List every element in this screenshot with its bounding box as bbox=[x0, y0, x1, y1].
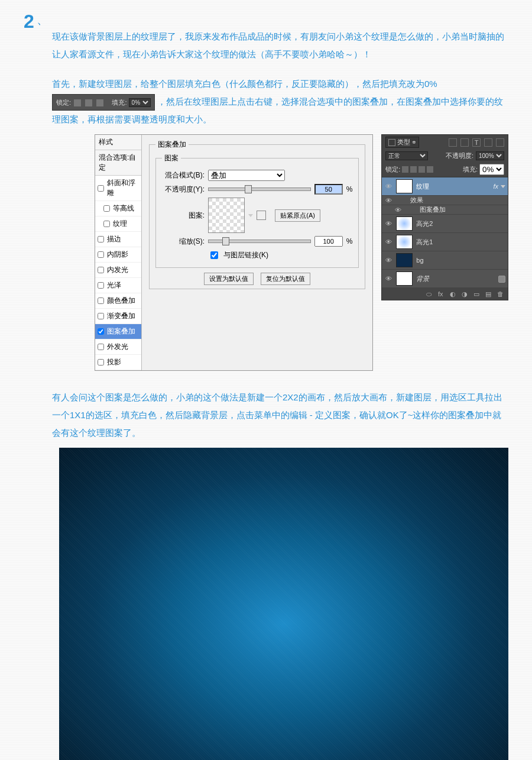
adjustment-icon[interactable]: ◑ bbox=[462, 290, 469, 297]
layer-row-4[interactable]: 👁背景 bbox=[382, 270, 508, 288]
layer-name: 纹理 bbox=[416, 182, 493, 191]
style-item-0[interactable]: 斜面和浮雕 bbox=[95, 176, 141, 201]
style-checkbox-2[interactable] bbox=[103, 221, 110, 227]
filter-adjust-icon[interactable] bbox=[460, 138, 469, 147]
style-checkbox-8[interactable] bbox=[98, 313, 104, 319]
percent-sign-2: % bbox=[346, 237, 353, 245]
layer-row-1[interactable]: 👁高光2 bbox=[382, 215, 508, 233]
lock-all-icon[interactable] bbox=[96, 99, 103, 106]
layer-row-3[interactable]: 👁bg bbox=[382, 251, 508, 270]
opacity-slider[interactable] bbox=[208, 187, 311, 191]
blend-mode-panel-select[interactable]: 正常 bbox=[385, 151, 428, 160]
layer-thumb bbox=[396, 235, 413, 249]
style-checkbox-10[interactable] bbox=[98, 344, 104, 350]
visibility-toggle[interactable]: 👁 bbox=[384, 275, 392, 282]
lock-all-icon-2[interactable] bbox=[427, 166, 433, 173]
pattern-swatch[interactable] bbox=[208, 198, 245, 233]
snap-origin-button[interactable]: 贴紧原点(A) bbox=[275, 209, 320, 222]
layer-row-2[interactable]: 👁高光1 bbox=[382, 233, 508, 251]
filter-smart-icon[interactable] bbox=[496, 138, 504, 147]
fx-group[interactable]: 👁效果 bbox=[382, 196, 508, 205]
style-item-6[interactable]: 光泽 bbox=[95, 278, 141, 293]
styles-header[interactable]: 样式 bbox=[95, 135, 141, 150]
style-checkbox-7[interactable] bbox=[98, 297, 104, 304]
reset-default-button[interactable]: 复位为默认值 bbox=[261, 273, 310, 285]
style-label-1: 等高线 bbox=[113, 203, 134, 214]
blend-mode-select[interactable]: 叠加 bbox=[208, 170, 285, 181]
style-item-10[interactable]: 外发光 bbox=[95, 339, 141, 355]
new-pattern-icon[interactable] bbox=[257, 211, 266, 220]
fx-icon[interactable]: fx bbox=[438, 290, 445, 297]
style-item-9[interactable]: 图案叠加 bbox=[95, 324, 141, 339]
chevron-down-icon[interactable] bbox=[501, 185, 505, 188]
layer-name: bg bbox=[416, 257, 505, 264]
search-icon bbox=[388, 139, 395, 146]
panel-opacity-label: 不透明度: bbox=[446, 151, 473, 160]
inline-lock-panel: 锁定: 填充: 0% bbox=[52, 94, 155, 111]
filter-kind-select[interactable]: 类型 ≑ bbox=[385, 137, 419, 148]
visibility-toggle[interactable]: 👁 bbox=[384, 238, 392, 245]
style-item-7[interactable]: 颜色叠加 bbox=[95, 293, 141, 309]
style-label-5: 内发光 bbox=[107, 265, 128, 275]
visibility-toggle[interactable]: 👁 bbox=[384, 197, 392, 204]
visibility-toggle[interactable]: 👁 bbox=[384, 183, 392, 190]
filter-shape-icon[interactable] bbox=[484, 138, 492, 147]
blend-mode-label: 混合模式(B): bbox=[162, 170, 205, 180]
scale-input[interactable] bbox=[314, 236, 343, 247]
layer-style-sidebar: 样式 混合选项:自定 斜面和浮雕等高线纹理描边内阴影内发光光泽颜色叠加渐变叠加图… bbox=[95, 135, 142, 370]
fx-item[interactable]: 👁图案叠加 bbox=[382, 205, 508, 215]
blend-options-header[interactable]: 混合选项:自定 bbox=[95, 150, 141, 176]
layer-name: 背景 bbox=[416, 274, 498, 283]
lock-position-icon[interactable] bbox=[85, 99, 92, 106]
mask-icon[interactable]: ◐ bbox=[450, 290, 457, 297]
new-layer-icon[interactable]: ▤ bbox=[485, 290, 492, 297]
lock-transparency-icon[interactable] bbox=[402, 166, 408, 173]
visibility-toggle[interactable]: 👁 bbox=[384, 257, 392, 264]
filter-pixel-icon[interactable] bbox=[449, 138, 457, 147]
style-checkbox-1[interactable] bbox=[103, 205, 110, 212]
style-item-11[interactable]: 投影 bbox=[95, 355, 141, 370]
panel-fill-select[interactable]: 0% bbox=[479, 164, 504, 175]
style-item-3[interactable]: 描边 bbox=[95, 232, 141, 247]
opacity-input[interactable] bbox=[314, 184, 343, 195]
step-dot: 、 bbox=[37, 13, 48, 26]
lock-position-icon-2[interactable] bbox=[419, 166, 425, 173]
layer-thumb bbox=[396, 271, 413, 286]
layer-style-dialog: 样式 混合选项:自定 斜面和浮雕等高线纹理描边内阴影内发光光泽颜色叠加渐变叠加图… bbox=[95, 134, 373, 371]
style-label-8: 渐变叠加 bbox=[107, 311, 135, 321]
style-checkbox-3[interactable] bbox=[98, 236, 104, 242]
style-checkbox-4[interactable] bbox=[98, 251, 104, 258]
style-label-6: 光泽 bbox=[107, 280, 121, 290]
pattern-legend: 图案 bbox=[162, 153, 181, 163]
link-layers-icon[interactable]: ⬭ bbox=[426, 290, 433, 297]
layer-name: 高光2 bbox=[416, 219, 505, 228]
style-label-7: 颜色叠加 bbox=[107, 296, 135, 306]
trash-icon[interactable]: 🗑 bbox=[497, 290, 504, 297]
fill-select[interactable]: 0% bbox=[129, 98, 151, 107]
lock-icon bbox=[498, 276, 505, 283]
group-icon[interactable]: ▭ bbox=[473, 290, 481, 297]
lock-pixels-icon[interactable] bbox=[74, 99, 81, 106]
panel-opacity-select[interactable]: 100% bbox=[476, 151, 504, 160]
pattern-dropdown-icon[interactable] bbox=[248, 214, 253, 217]
visibility-toggle[interactable]: 👁 bbox=[384, 220, 392, 227]
scale-slider[interactable] bbox=[208, 240, 311, 243]
style-checkbox-6[interactable] bbox=[98, 282, 104, 289]
result-preview: fevte.com 脚本之家 www.jb51.net bbox=[59, 448, 508, 760]
set-default-button[interactable]: 设置为默认值 bbox=[204, 273, 254, 285]
style-checkbox-5[interactable] bbox=[98, 267, 104, 273]
layers-panel: 类型 ≑ T 正常 不透明度: 100% 锁定: bbox=[381, 134, 508, 300]
style-item-5[interactable]: 内发光 bbox=[95, 263, 141, 278]
link-with-layer-checkbox[interactable] bbox=[210, 251, 218, 259]
lock-image-icon[interactable] bbox=[410, 166, 417, 173]
visibility-toggle[interactable]: 👁 bbox=[394, 206, 402, 214]
layer-row-0[interactable]: 👁纹理fx bbox=[382, 177, 508, 196]
filter-type-icon[interactable]: T bbox=[472, 138, 481, 147]
style-item-8[interactable]: 渐变叠加 bbox=[95, 309, 141, 324]
style-checkbox-11[interactable] bbox=[98, 359, 104, 366]
style-item-1[interactable]: 等高线 bbox=[95, 201, 141, 216]
style-item-2[interactable]: 纹理 bbox=[95, 216, 141, 232]
style-checkbox-9[interactable] bbox=[98, 328, 104, 335]
style-checkbox-0[interactable] bbox=[98, 185, 104, 192]
style-item-4[interactable]: 内阴影 bbox=[95, 247, 141, 263]
